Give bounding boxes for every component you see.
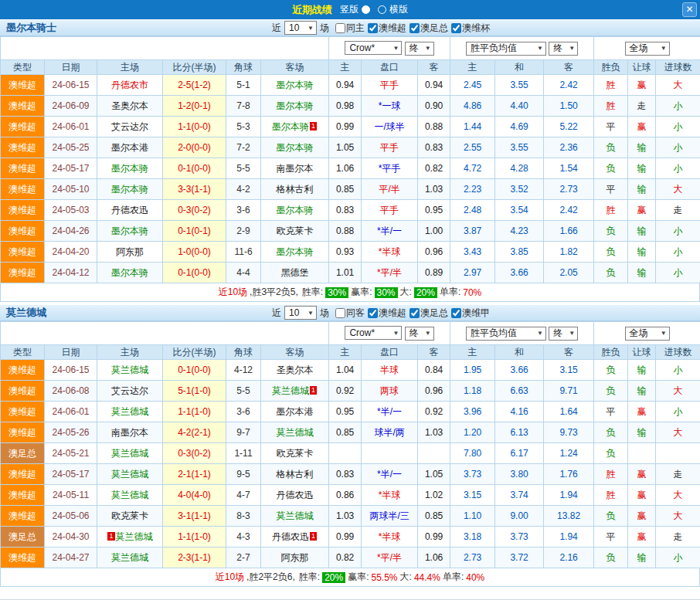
match-count-select[interactable]: 10▼	[284, 21, 317, 35]
filter-option[interactable]: 澳维超	[368, 22, 406, 35]
odds-company-select[interactable]: Crow*▼	[345, 41, 402, 55]
cell-score: 1-1(1-0)	[163, 402, 226, 422]
avg-type-select[interactable]: 胜平负均值▼	[466, 327, 546, 341]
cell-text: 莫兰德城	[111, 448, 148, 459]
cell-text: 1.03	[425, 184, 443, 195]
filter-checkbox[interactable]	[409, 23, 420, 33]
cell-text: 莫兰德城	[277, 427, 314, 438]
filter-checkbox[interactable]	[409, 308, 420, 318]
column-header: 盘口	[362, 345, 418, 360]
red-card-badge: 1	[310, 122, 317, 131]
cell-text: 11-6	[234, 246, 252, 257]
layout-option-horizontal[interactable]: 横版	[378, 3, 408, 16]
avg-stage-select[interactable]: 终▼	[549, 327, 578, 341]
cell-text: 平手	[380, 142, 399, 153]
cell-avg-draw: 3.52	[495, 179, 544, 200]
chevron-down-icon: ▼	[661, 45, 667, 52]
cell-result: 平	[594, 117, 628, 137]
filter-option[interactable]: 澳足总	[409, 22, 448, 35]
cell-text: 墨尔本骑	[111, 163, 148, 174]
cell-result: 负	[594, 221, 628, 242]
cell-text: 丹德农迅	[272, 531, 309, 542]
chevron-down-icon: ▼	[425, 45, 431, 52]
filter-option[interactable]: 同客	[335, 307, 365, 320]
summary-recent: 近10场	[219, 286, 247, 299]
cell-score: 3-1(1-1)	[163, 506, 226, 527]
cell-text: 1-1(1-0)	[178, 531, 211, 542]
matches-table: Crow*▼ 终▼ 胜平负均值▼ 终▼ 全场▼ 类型日期主场比分(半场)角球客场…	[0, 321, 700, 568]
cell-text: 2.73	[559, 184, 577, 195]
cell-text: 墨尔本骑	[277, 100, 314, 111]
cell-away-team: 莫兰德城	[261, 422, 329, 443]
cell-text: 墨尔本骑	[277, 80, 314, 90]
odds-stage-select[interactable]: 终▼	[405, 42, 434, 56]
cell-text: 1.50	[559, 100, 577, 111]
avg-type-select[interactable]: 胜平负均值▼	[466, 42, 546, 56]
cell-text: 莫兰德城	[272, 385, 309, 396]
cell-avg-home: 3.15	[450, 485, 495, 506]
filter-checkbox[interactable]	[368, 23, 378, 33]
cell-handicap-result: 赢	[628, 200, 656, 221]
filter-checkbox[interactable]	[451, 308, 461, 318]
cell-league-type: 澳维超	[1, 402, 45, 422]
cell-text: 8-3	[236, 510, 250, 521]
cell-corners: 4-2	[226, 179, 261, 200]
cell-text: 0.99	[425, 531, 443, 542]
filter-option[interactable]: 澳足总	[409, 307, 448, 320]
cell-text: 4-2	[236, 184, 250, 195]
cell-text: 墨尔本港	[111, 142, 148, 153]
filter-checkbox[interactable]	[451, 23, 461, 33]
cell-score: 4-0(4-0)	[163, 485, 226, 506]
cell-text: 大	[674, 80, 683, 90]
cell-handicap-result: 赢	[628, 75, 656, 96]
filter-option[interactable]: 澳维超	[368, 307, 406, 320]
cell-text: 3.66	[510, 267, 528, 278]
cell-text: 24-06-01	[52, 121, 89, 132]
cell-text: 澳维超	[8, 100, 36, 111]
filter-option[interactable]: 同主	[335, 22, 365, 35]
filter-option[interactable]: 澳维甲	[451, 307, 490, 320]
filter-option[interactable]: 澳维杯	[451, 22, 490, 35]
scope-select[interactable]: 全场▼	[625, 327, 670, 341]
close-button[interactable]: ✕	[682, 2, 697, 17]
chevron-down-icon: ▼	[308, 310, 314, 317]
cell-avg-draw: 3.85	[495, 242, 544, 263]
cell-avg-home: 3.43	[450, 242, 495, 263]
cell-avg-home: 1.18	[450, 381, 495, 402]
cell-score: 0-1(0-0)	[163, 263, 226, 283]
team-name: 墨尔本骑士	[6, 21, 56, 35]
cell-avg-home: 4.86	[450, 96, 495, 117]
summary-recent: 近10场	[216, 571, 244, 584]
odds-filter-row: Crow*▼ 终▼ 胜平负均值▼ 终▼ 全场▼	[1, 322, 700, 345]
column-header: 和	[495, 60, 544, 75]
cell-result: 负	[594, 506, 628, 527]
cell-text: 24-04-20	[52, 246, 89, 257]
cell-text: 4-4	[236, 267, 250, 278]
layout-option-label: 竖版	[340, 3, 358, 16]
cell-away-team: 欧克莱卡	[261, 443, 329, 464]
cell-home-water: 0.83	[329, 464, 362, 485]
cell-avg-draw: 3.72	[495, 547, 544, 568]
match-count-select[interactable]: 10▼	[284, 306, 317, 320]
cell-handicap-result: 输	[628, 179, 656, 200]
cell-text: 0.93	[336, 246, 354, 257]
summary-bar: 近10场,胜2平2负6, 胜率:20%赢率:55.5%大:44.4%单率:40%	[0, 568, 700, 587]
filter-checkbox[interactable]	[368, 308, 378, 318]
odds-company-select[interactable]: Crow*▼	[345, 326, 402, 340]
filter-checkbox[interactable]	[335, 308, 345, 318]
cell-text: 5-5	[236, 163, 250, 174]
cell-text: 4.28	[510, 163, 528, 174]
cell-date: 24-06-01	[45, 402, 97, 422]
scope-select[interactable]: 全场▼	[625, 42, 670, 56]
cell-handicap-result: 输	[628, 158, 656, 179]
cell-text: 7-2	[236, 142, 250, 153]
avg-stage-select[interactable]: 终▼	[549, 42, 578, 56]
layout-option-vertical[interactable]: 竖版	[340, 3, 370, 16]
cell-avg-away: 1.66	[544, 221, 594, 242]
cell-text: 2-1(1-1)	[178, 469, 211, 480]
cell-result: 平	[594, 179, 628, 200]
cell-avg-home: 2.45	[450, 75, 495, 96]
match-row: 澳维超24-05-11莫兰德城4-0(4-0)4-7丹德农迅0.86*半球1.0…	[1, 485, 700, 506]
filter-checkbox[interactable]	[335, 23, 345, 33]
odds-stage-select[interactable]: 终▼	[405, 327, 434, 341]
